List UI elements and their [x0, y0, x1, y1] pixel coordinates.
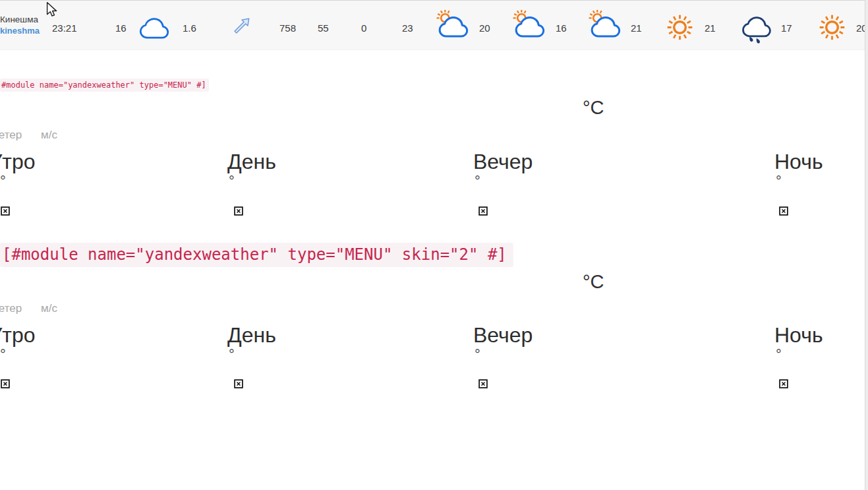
sunny-icon: [664, 12, 695, 43]
celsius-unit-label: °C: [583, 97, 604, 119]
broken-image-icon: [478, 379, 488, 388]
vertical-scrollbar[interactable]: [865, 0, 868, 490]
period-night-label: Ночь: [774, 323, 823, 348]
weather-module-preview-page: Кинешма kineshma 23:21 16 1.6 758 55 0 2…: [0, 0, 868, 490]
degree-sign: °: [776, 346, 782, 363]
wind-unit-label: м/с: [41, 129, 57, 142]
wind-label: ветер: [0, 302, 22, 315]
sunny-icon: [817, 12, 848, 43]
period-night-label: Ночь: [774, 150, 823, 174]
broken-image-icon: [1, 379, 10, 388]
degree-sign: °: [475, 173, 480, 190]
city-name: Кинешма: [0, 14, 40, 25]
cloud-icon: [137, 17, 171, 40]
current-time: 23:21: [52, 22, 77, 34]
wind-units-row: ветер м/с: [0, 302, 868, 317]
forecast-temp: 21: [705, 22, 716, 34]
metric-value: 23: [402, 22, 413, 34]
metric-value: 0: [361, 22, 366, 34]
broken-image-icon: [779, 379, 788, 388]
city-block: Кинешма kineshma: [0, 14, 40, 36]
rain-icon: [741, 16, 772, 46]
period-day-label: День: [227, 150, 276, 174]
period-day-label: День: [227, 323, 276, 348]
module-code-snippet: #module name="yandexweather" type="MENU"…: [0, 78, 209, 92]
degree-sign: °: [229, 173, 235, 190]
degree-sign: °: [0, 173, 6, 190]
pressure-value: 758: [279, 22, 296, 34]
forecast-temp: 16: [556, 22, 567, 34]
wind-units-row: ветер м/с: [0, 129, 868, 143]
humidity-value: 55: [318, 22, 329, 34]
celsius-unit-label: °C: [583, 271, 604, 293]
degree-sign: °: [776, 173, 782, 190]
mouse-cursor: [46, 1, 60, 18]
broken-image-icon: [478, 206, 488, 216]
broken-image-icon: [1, 206, 10, 216]
period-evening-label: Вечер: [473, 323, 533, 348]
period-morning-label: Утро: [0, 150, 36, 174]
partly-cloudy-icon: [435, 9, 470, 40]
partly-cloudy-icon: [587, 9, 622, 40]
forecast-temp: 21: [631, 22, 642, 34]
broken-image-icon: [779, 206, 788, 216]
broken-image-icon: [234, 379, 243, 388]
period-evening-label: Вечер: [473, 150, 533, 174]
module-code-snippet: [#module name="yandexweather" type="MENU…: [0, 243, 513, 267]
degree-sign: °: [0, 346, 6, 363]
wind-direction-arrow-icon: [229, 15, 253, 38]
city-link[interactable]: kineshma: [0, 25, 40, 36]
weather-topbar: Кинешма kineshma 23:21 16 1.6 758 55 0 2…: [0, 0, 868, 50]
current-temperature: 16: [115, 22, 127, 34]
forecast-temp: 17: [781, 22, 792, 34]
wind-unit-label: м/с: [41, 302, 57, 315]
degree-sign: °: [229, 346, 235, 363]
forecast-temp: 20: [479, 22, 490, 34]
broken-image-icon: [234, 206, 243, 216]
wind-speed: 1.6: [183, 22, 196, 34]
partly-cloudy-icon: [511, 9, 546, 40]
wind-label: ветер: [0, 129, 22, 142]
period-morning-label: Утро: [0, 323, 36, 348]
degree-sign: °: [475, 346, 480, 363]
